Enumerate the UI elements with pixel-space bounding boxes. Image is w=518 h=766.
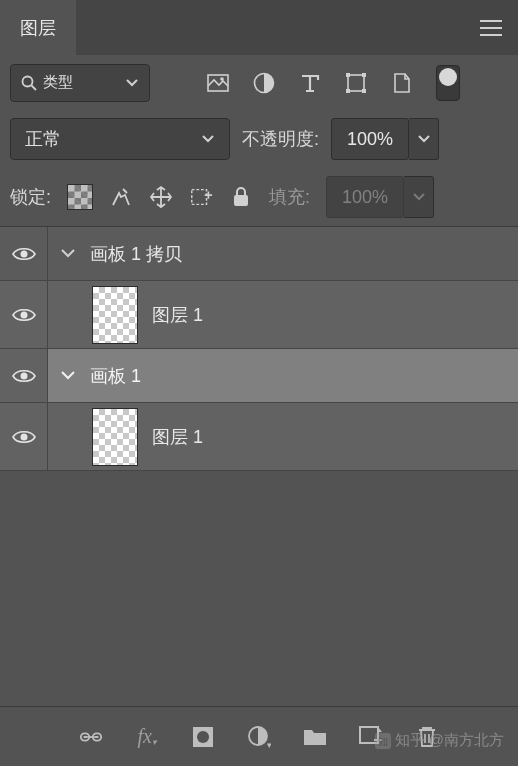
opacity-dropdown[interactable] xyxy=(409,118,439,160)
svg-point-3 xyxy=(220,77,224,81)
svg-line-1 xyxy=(32,85,37,90)
svg-rect-8 xyxy=(346,89,350,93)
svg-point-15 xyxy=(20,433,27,440)
lock-transparency-icon[interactable] xyxy=(67,184,93,210)
lock-all-icon[interactable] xyxy=(229,185,253,209)
visibility-toggle[interactable] xyxy=(0,403,48,470)
svg-rect-7 xyxy=(362,73,366,77)
watermark-text: 知乎 @南方北方 xyxy=(395,731,504,750)
visibility-toggle[interactable] xyxy=(0,227,48,280)
opacity-label: 不透明度: xyxy=(242,127,319,151)
layer-name[interactable]: 图层 1 xyxy=(152,425,203,449)
lock-image-icon[interactable] xyxy=(109,185,133,209)
svg-rect-10 xyxy=(192,190,207,205)
svg-text:▾: ▾ xyxy=(267,740,271,749)
svg-rect-6 xyxy=(346,73,350,77)
chevron-down-icon xyxy=(125,78,139,88)
fill-dropdown[interactable] xyxy=(404,176,434,218)
layer-name[interactable]: 画板 1 xyxy=(90,364,141,388)
search-icon xyxy=(21,75,37,91)
lock-artboard-icon[interactable] xyxy=(189,185,213,209)
link-layers-icon[interactable] xyxy=(79,725,103,749)
chevron-down-icon[interactable] xyxy=(60,248,76,260)
filter-pixel-icon[interactable] xyxy=(206,71,230,95)
filter-adjustment-icon[interactable] xyxy=(252,71,276,95)
artboard-group-row[interactable]: 画板 1 拷贝 xyxy=(0,227,518,281)
filter-type-icon[interactable] xyxy=(298,71,322,95)
svg-point-14 xyxy=(20,372,27,379)
blend-mode-label: 正常 xyxy=(25,127,61,151)
blend-mode-select[interactable]: 正常 xyxy=(10,118,230,160)
layers-list: 画板 1 拷贝 图层 1 画板 1 图层 1 xyxy=(0,227,518,471)
watermark: 知 知乎 @南方北方 xyxy=(375,731,504,750)
layer-row[interactable]: 图层 1 xyxy=(0,403,518,471)
svg-rect-9 xyxy=(362,89,366,93)
fill-value-input[interactable]: 100% xyxy=(326,176,404,218)
zhihu-icon: 知 xyxy=(375,733,391,749)
svg-point-13 xyxy=(20,311,27,318)
lock-position-icon[interactable] xyxy=(149,185,173,209)
new-group-icon[interactable] xyxy=(303,725,327,749)
opacity-value-input[interactable]: 100% xyxy=(331,118,409,160)
layer-row[interactable]: 图层 1 xyxy=(0,281,518,349)
layer-thumbnail[interactable] xyxy=(92,286,138,344)
svg-rect-5 xyxy=(348,75,364,91)
lock-label: 锁定: xyxy=(10,185,51,209)
toggle-knob xyxy=(439,68,457,86)
layer-name[interactable]: 画板 1 拷贝 xyxy=(90,242,182,266)
filter-shape-icon[interactable] xyxy=(344,71,368,95)
svg-point-12 xyxy=(20,250,27,257)
filter-toggle[interactable] xyxy=(436,65,460,101)
filter-smartobject-icon[interactable] xyxy=(390,71,414,95)
visibility-toggle[interactable] xyxy=(0,281,48,348)
svg-text:知: 知 xyxy=(378,736,388,747)
svg-point-0 xyxy=(23,76,33,86)
layer-name[interactable]: 图层 1 xyxy=(152,303,203,327)
svg-point-20 xyxy=(197,731,209,743)
add-adjustment-icon[interactable]: ▾ xyxy=(247,725,271,749)
filter-select-label: 类型 xyxy=(43,73,73,92)
layer-thumbnail[interactable] xyxy=(92,408,138,466)
fill-label: 填充: xyxy=(269,185,310,209)
chevron-down-icon xyxy=(201,134,215,144)
panel-tab-label: 图层 xyxy=(20,16,56,40)
add-mask-icon[interactable] xyxy=(191,725,215,749)
panel-menu-icon[interactable] xyxy=(480,20,502,36)
visibility-toggle[interactable] xyxy=(0,349,48,402)
svg-rect-11 xyxy=(234,195,248,206)
layer-effects-icon[interactable]: fx▾ xyxy=(135,725,159,749)
panel-tab-layers[interactable]: 图层 xyxy=(0,0,76,55)
fill-value-text: 100% xyxy=(342,187,388,208)
artboard-group-row[interactable]: 画板 1 xyxy=(0,349,518,403)
opacity-value-text: 100% xyxy=(347,129,393,150)
layer-filter-select[interactable]: 类型 xyxy=(10,64,150,102)
chevron-down-icon[interactable] xyxy=(60,370,76,382)
